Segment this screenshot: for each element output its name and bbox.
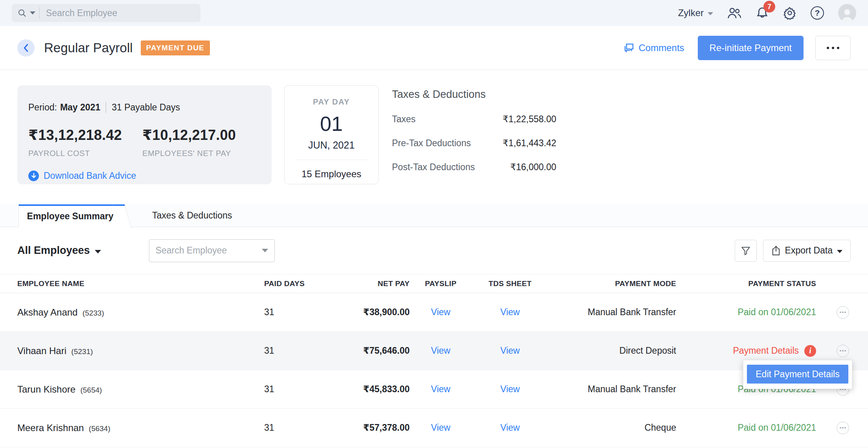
- caret-down-icon: [262, 249, 268, 252]
- employee-name: Vihaan Hari: [17, 345, 66, 356]
- export-icon: [771, 246, 781, 256]
- tds-view-link[interactable]: View: [472, 345, 548, 356]
- table-row[interactable]: Meera Krishnan (5634) 31 ₹57,378.00 View…: [0, 409, 868, 447]
- notifications-button[interactable]: 7: [756, 6, 769, 20]
- search-scope-caret-icon[interactable]: [30, 11, 35, 15]
- edit-payment-details-item[interactable]: Edit Payment Details: [747, 365, 848, 384]
- tax-row: Taxes ₹1,22,558.00: [392, 114, 556, 125]
- global-search-input[interactable]: [46, 8, 195, 18]
- employee-id: (5233): [83, 309, 104, 317]
- export-data-label: Export Data: [785, 245, 833, 256]
- period-label: Period:: [28, 102, 57, 113]
- col-tds-sheet: TDS SHEET: [472, 279, 548, 288]
- top-bar: Zylker 7: [0, 0, 868, 26]
- filter-button[interactable]: [735, 240, 757, 262]
- row-actions-button[interactable]: [837, 306, 849, 319]
- row-actions-button[interactable]: [837, 422, 849, 434]
- table-row[interactable]: Akshay Anand (5233) 31 ₹38,900.00 View V…: [0, 293, 868, 332]
- payday-card: PAY DAY 01 JUN, 2021 15 Employees: [284, 85, 379, 184]
- payroll-page: Zylker 7: [0, 0, 868, 448]
- comments-button[interactable]: Comments: [623, 42, 684, 54]
- payroll-cost-value: ₹13,12,218.42: [28, 127, 142, 143]
- tds-view-link[interactable]: View: [472, 422, 548, 433]
- paid-days: 31: [264, 307, 319, 318]
- employee-search-input[interactable]: [156, 245, 262, 256]
- avatar[interactable]: [838, 4, 856, 22]
- export-data-button[interactable]: Export Data: [763, 240, 851, 262]
- more-actions-button[interactable]: [815, 36, 851, 60]
- payslip-view-link[interactable]: View: [410, 384, 472, 395]
- gear-icon: [783, 6, 796, 20]
- filter-row: All Employees Export Data: [0, 227, 868, 274]
- payday-day: 01: [285, 112, 378, 136]
- payroll-summary: Period: May 2021 31 Payable Days ₹13,12,…: [0, 70, 868, 204]
- tax-row: Post-Tax Deductions ₹16,000.00: [392, 162, 556, 173]
- org-switcher[interactable]: Zylker: [678, 7, 713, 18]
- chevron-down-icon: [708, 12, 713, 15]
- payslip-view-link[interactable]: View: [410, 345, 472, 356]
- help-icon: ?: [811, 6, 824, 20]
- taxes-heading: Taxes & Deductions: [392, 88, 556, 101]
- page-header: Regular Payroll PAYMENT DUE Comments Re-…: [0, 26, 868, 70]
- chevron-left-icon: [22, 44, 29, 52]
- payday-month-year: JUN, 2021: [285, 140, 378, 151]
- table-row[interactable]: Vihaan Hari (5231) 31 ₹75,646.00 View Vi…: [0, 332, 868, 370]
- net-pay: ₹57,378.00: [319, 422, 410, 433]
- payment-mode: Manual Bank Transfer: [548, 307, 676, 318]
- col-employee-name: EMPLOYEE NAME: [17, 279, 264, 288]
- info-icon[interactable]: i: [804, 345, 816, 357]
- col-payment-mode: PAYMENT MODE: [548, 279, 676, 288]
- global-search[interactable]: [12, 4, 200, 22]
- payment-status: Paid on 01/06/2021: [737, 307, 816, 318]
- caret-down-icon: [95, 250, 101, 253]
- download-bank-advice-label: Download Bank Advice: [44, 171, 136, 181]
- payment-mode: Cheque: [548, 422, 676, 433]
- status-badge: PAYMENT DUE: [141, 40, 210, 55]
- payslip-view-link[interactable]: View: [410, 422, 472, 433]
- tax-row: Pre-Tax Deductions ₹1,61,443.42: [392, 138, 556, 149]
- tab-taxes-deductions[interactable]: Taxes & Deductions: [152, 204, 232, 227]
- ellipsis-icon: [827, 47, 829, 49]
- employee-name: Akshay Anand: [17, 307, 77, 318]
- col-payslip: PAYSLIP: [410, 279, 472, 288]
- download-bank-advice-link[interactable]: Download Bank Advice: [28, 171, 272, 181]
- divider: [295, 160, 368, 160]
- settings-button[interactable]: [783, 6, 796, 20]
- table-row[interactable]: Tarun Kishore (5654) 31 ₹45,833.00 View …: [0, 370, 868, 409]
- col-paid-days: PAID DAYS: [264, 279, 319, 288]
- net-pay: ₹75,646.00: [319, 345, 410, 356]
- help-button[interactable]: ?: [811, 6, 824, 20]
- period-value: May 2021: [60, 102, 100, 113]
- paid-days: 31: [264, 345, 319, 356]
- funnel-icon: [741, 246, 751, 256]
- back-button[interactable]: [17, 39, 35, 57]
- tds-view-link[interactable]: View: [472, 307, 548, 318]
- tab-bar: Employee Summary Taxes & Deductions: [0, 204, 868, 227]
- page-title: Regular Payroll: [44, 40, 133, 55]
- employee-id: (5231): [71, 347, 93, 356]
- net-pay: ₹38,900.00: [319, 307, 410, 318]
- net-pay-value: ₹10,12,217.00: [142, 127, 256, 143]
- users-button[interactable]: [727, 7, 741, 19]
- paid-days: 31: [264, 384, 319, 395]
- comments-label: Comments: [639, 42, 684, 53]
- employee-search-select[interactable]: [149, 239, 275, 262]
- tds-view-link[interactable]: View: [472, 384, 548, 395]
- taxes-deductions-summary: Taxes & Deductions Taxes ₹1,22,558.00 Pr…: [392, 85, 556, 204]
- payment-status[interactable]: Payment Details: [733, 345, 799, 356]
- users-icon: [727, 7, 741, 19]
- payment-mode: Manual Bank Transfer: [548, 384, 676, 395]
- employee-scope-dropdown[interactable]: All Employees: [17, 244, 101, 257]
- payment-mode: Direct Deposit: [548, 345, 676, 356]
- search-icon: [17, 8, 27, 18]
- payslip-view-link[interactable]: View: [410, 307, 472, 318]
- download-icon: [28, 171, 39, 181]
- payable-days: 31 Payable Days: [112, 102, 180, 113]
- row-actions-button[interactable]: [837, 345, 849, 357]
- tab-employee-summary[interactable]: Employee Summary: [18, 204, 121, 227]
- payday-label: PAY DAY: [285, 97, 378, 106]
- reinitiate-payment-button[interactable]: Re-initiate Payment: [698, 36, 804, 60]
- period-card: Period: May 2021 31 Payable Days ₹13,12,…: [17, 85, 272, 184]
- employee-id: (5654): [80, 386, 102, 394]
- payment-status: Paid on 01/06/2021: [737, 422, 816, 433]
